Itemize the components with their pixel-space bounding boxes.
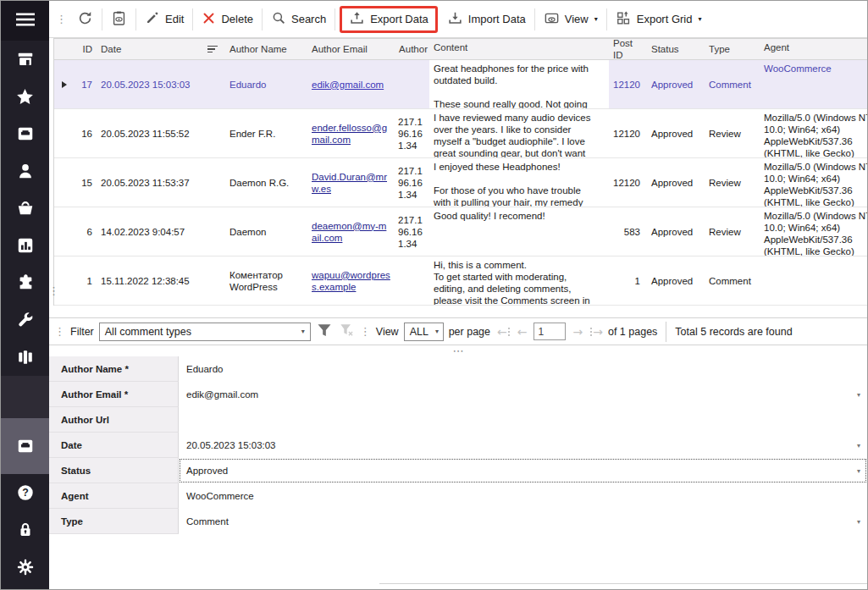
table-row[interactable]: 17 20.05.2023 15:03:03 Eduardo edik@gmai… [54, 60, 867, 109]
toolbar-separator [606, 8, 607, 30]
refresh-button[interactable] [70, 6, 100, 33]
sidebar-item-security[interactable] [1, 511, 49, 549]
cell-author-name: Daemon R.G. [225, 158, 307, 207]
preview-record-button[interactable] [104, 6, 134, 33]
table-row[interactable]: 6 14.02.2023 9:04:57 Daemon deaemon@my-m… [54, 207, 867, 256]
rows-per-page-select[interactable]: ALL ▾ [404, 323, 444, 341]
toolbar-separator [102, 8, 102, 30]
email-link[interactable]: ender.fellosso@gmail.com [312, 122, 391, 146]
type-field[interactable]: Comment ▾ [179, 509, 867, 534]
last-page-bar [590, 328, 592, 337]
sidebar-item-settings[interactable] [1, 549, 49, 586]
row-expander[interactable] [54, 207, 75, 256]
row-expander[interactable] [54, 109, 75, 157]
row-expander[interactable] [54, 60, 75, 108]
pagination-drag-handle[interactable]: ⋮ [360, 325, 371, 338]
chevron-down-icon[interactable]: ▾ [857, 391, 860, 399]
apply-filter-icon[interactable] [316, 322, 333, 341]
date-field[interactable]: 20.05.2023 15:03:03 ▾ [179, 433, 867, 458]
email-link[interactable]: wapuu@wordpress.example [312, 269, 391, 293]
sort-icon[interactable] [207, 46, 218, 53]
chevron-down-icon[interactable]: ▾ [857, 442, 860, 449]
cell-content: Good quality! I recomend! [429, 207, 609, 256]
cell-agent: Mozilla/5.0 (Windows NT 10.0; Win64; x64… [760, 109, 867, 157]
search-button[interactable]: Search [264, 6, 333, 32]
sidebar-item-favorites[interactable] [1, 78, 49, 115]
form-row-author-email: Author Email * edik@gmail.com ▾ [49, 382, 867, 407]
sidebar-item-store[interactable] [1, 41, 49, 78]
email-link[interactable]: deaemon@my-mail.com [312, 220, 391, 244]
sidebar-item-comments-manager-active[interactable] [1, 418, 49, 474]
sidebar-item-archive[interactable] [1, 115, 49, 152]
main-panel: ⋮ Edit [49, 1, 867, 589]
sidebar-item-users[interactable] [1, 152, 49, 190]
last-page-button[interactable]: → [589, 325, 603, 339]
export-grid-button[interactable]: Export Grid ▾ [609, 6, 709, 33]
email-link[interactable]: edik@gmail.com [312, 79, 384, 91]
status-field[interactable]: Approved ▾ [179, 458, 867, 483]
row-expander[interactable] [54, 256, 75, 305]
column-header-status[interactable]: Status [644, 39, 700, 59]
field-label: Status [49, 458, 179, 483]
export-grid-label: Export Grid [637, 13, 693, 25]
column-header-author-email[interactable]: Author Email [307, 39, 395, 59]
sidebar-item-reports[interactable] [1, 227, 49, 264]
previous-page-button[interactable]: ← [517, 325, 528, 339]
first-page-button[interactable]: ← [497, 325, 511, 339]
author-url-field[interactable] [179, 407, 867, 433]
agent-field[interactable]: WooCommerce [179, 483, 867, 509]
panel-splitter-handle[interactable]: ⋮ [48, 289, 59, 294]
delete-label: Delete [221, 13, 253, 25]
field-label: Type [49, 509, 179, 534]
sidebar-item-columns[interactable] [1, 339, 49, 376]
delete-x-icon [202, 11, 216, 28]
sidebar-item-plugins[interactable] [1, 264, 49, 301]
page-number-input[interactable] [534, 323, 566, 340]
cell-date: 20.05.2023 11:55:52 [97, 109, 225, 157]
sidebar-item-shop[interactable] [1, 190, 49, 227]
next-page-button[interactable]: → [572, 325, 583, 339]
cell-author-email: deaemon@my-mail.com [307, 207, 395, 256]
gear-icon [16, 558, 35, 576]
column-header-author-name[interactable]: Author Name [225, 39, 307, 59]
pages-count-label: of 1 pages [608, 326, 657, 338]
table-row[interactable]: 1 15.11.2022 12:38:45 Коментатор WordPre… [54, 256, 867, 306]
form-splitter-handle[interactable]: ⋯ [49, 345, 867, 356]
column-header-agent[interactable]: Agent [760, 39, 867, 59]
sidebar-menu-button[interactable] [1, 1, 49, 41]
chevron-down-icon[interactable]: ▾ [857, 467, 860, 475]
row-expander[interactable] [54, 158, 75, 207]
delete-button[interactable]: Delete [195, 7, 260, 32]
clear-filter-icon[interactable] [338, 322, 355, 341]
author-name-field[interactable]: Eduardo [179, 356, 867, 382]
column-header-type[interactable]: Type [700, 39, 760, 59]
column-header-author[interactable]: Author [395, 39, 429, 59]
toolbar-drag-handle[interactable]: ⋮ [56, 13, 67, 25]
field-value: Eduardo [186, 364, 223, 374]
column-header-post-id[interactable]: Post ID [609, 39, 644, 59]
column-header-date[interactable]: Date [97, 39, 225, 59]
cell-author-name: Ender F.R. [225, 109, 307, 157]
field-label: Agent [49, 483, 179, 509]
filter-type-select[interactable]: All comment types ▾ [99, 323, 311, 341]
filter-drag-handle[interactable]: ⋮ [54, 325, 65, 338]
edit-button[interactable]: Edit [138, 6, 191, 32]
view-dropdown-button[interactable]: View ▾ [537, 6, 605, 33]
sidebar-item-help[interactable]: ? [1, 474, 49, 511]
chevron-down-icon: ▾ [698, 15, 701, 23]
email-link[interactable]: David.Duran@mrw.es [312, 171, 391, 195]
export-grid-icon [616, 10, 632, 29]
import-data-button[interactable]: Import Data [440, 6, 533, 33]
export-data-button[interactable]: Export Data [340, 6, 438, 33]
table-row[interactable]: 15 20.05.2023 11:53:37 Daemon R.G. David… [54, 158, 867, 207]
cell-id: 15 [75, 158, 97, 207]
author-email-field[interactable]: edik@gmail.com ▾ [179, 382, 867, 407]
chevron-down-icon[interactable]: ▾ [857, 518, 860, 526]
table-row[interactable]: 16 20.05.2023 11:55:52 Ender F.R. ender.… [54, 109, 867, 158]
field-value: 20.05.2023 15:03:03 [186, 440, 276, 450]
sidebar-item-tools[interactable] [1, 301, 49, 339]
cell-author-email: David.Duran@mrw.es [307, 158, 395, 207]
cell-content: I have reviewed many audio devices over … [429, 109, 609, 157]
column-header-content[interactable]: Content [429, 39, 609, 59]
column-header-id[interactable]: ID [75, 39, 97, 59]
